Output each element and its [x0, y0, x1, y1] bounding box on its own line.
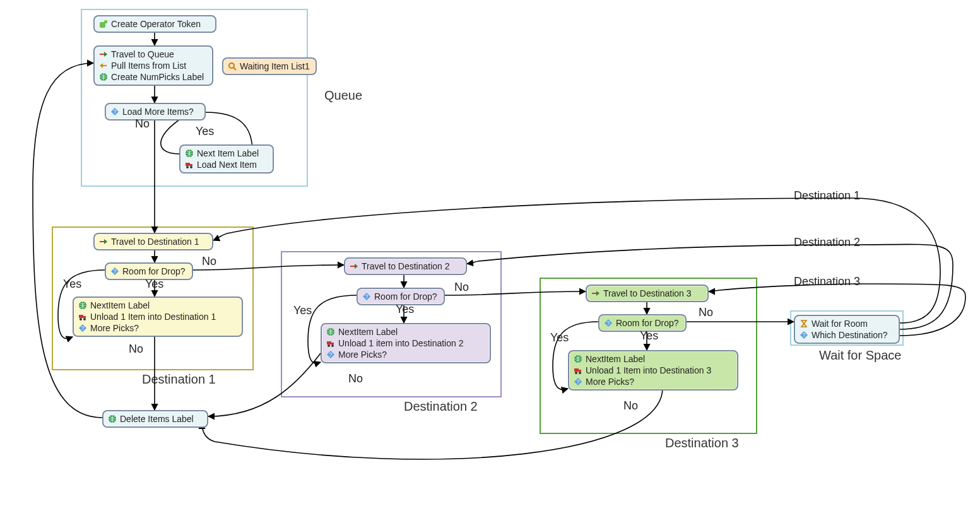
- edge-label-d1-loop-yes: Yes: [63, 278, 81, 291]
- node-row-text: Room for Drop?: [374, 291, 437, 302]
- svg-text:?: ?: [81, 325, 84, 331]
- node-row: ?Room for Drop?: [110, 266, 186, 277]
- decision-icon: ?: [573, 377, 583, 387]
- node-row-text: Unload 1 Item into Destination 3: [586, 365, 711, 376]
- container-dest1-label: Destination 1: [142, 372, 216, 387]
- node-row: ?Which Destination?: [799, 329, 895, 341]
- edge-label-d2-room-yes: Yes: [396, 303, 414, 316]
- node-row: NextItem Label: [573, 353, 733, 365]
- node-block-d2[interactable]: NextItem LabelUnload 1 item into Destina…: [321, 323, 491, 363]
- edge-label-lm-yes: Yes: [196, 125, 214, 138]
- node-travel-queue[interactable]: Travel to QueuePull Items from ListCreat…: [93, 45, 213, 86]
- node-row: Create Operator Token: [98, 18, 201, 30]
- node-row: Next Item Label: [184, 148, 269, 159]
- node-row-text: More Picks?: [586, 376, 634, 387]
- decision-icon: ?: [78, 323, 88, 333]
- edge-label-d3-room-yes: Yes: [640, 329, 658, 343]
- edge-label-d1-room-no: No: [202, 255, 216, 268]
- decision-icon: ?: [326, 349, 336, 360]
- svg-rect-19: [327, 341, 331, 344]
- svg-point-8: [186, 166, 189, 168]
- edge-label-d1-more-no: No: [129, 343, 143, 356]
- node-row: Wait for Room: [799, 318, 895, 329]
- globe-icon: [573, 354, 583, 364]
- container-queue-label: Queue: [324, 88, 362, 103]
- svg-point-22: [331, 344, 334, 347]
- svg-text:?: ?: [329, 351, 332, 358]
- svg-rect-27: [579, 370, 581, 372]
- node-create-op[interactable]: Create Operator Token: [93, 15, 216, 33]
- node-row-text: Room for Drop?: [122, 266, 186, 277]
- edge-label-ret-d2: Destination 2: [794, 236, 860, 249]
- node-row-text: Travel to Destination 2: [362, 261, 450, 272]
- node-row-text: Next Item Label: [197, 148, 259, 159]
- node-row: Travel to Queue: [98, 49, 208, 60]
- node-row-text: NextItem Label: [90, 300, 150, 311]
- node-row-text: Travel to Queue: [111, 49, 174, 60]
- svg-rect-1: [104, 20, 107, 23]
- node-row-text: Travel to Destination 1: [111, 236, 199, 247]
- svg-rect-26: [574, 368, 579, 372]
- svg-rect-13: [83, 316, 86, 318]
- node-row: Create NumPicks Label: [98, 71, 208, 83]
- travel-icon: [98, 49, 109, 59]
- node-row-text: Wait for Room: [812, 318, 868, 329]
- node-block-d3[interactable]: NextItem LabelUnload 1 Item into Destina…: [568, 350, 738, 391]
- edge-label-d2-room-no: No: [454, 281, 469, 294]
- globe-icon: [184, 148, 194, 158]
- node-load-more[interactable]: ?Load More Items?: [105, 103, 206, 120]
- node-row: NextItem Label: [326, 326, 486, 338]
- travel-icon: [98, 237, 109, 247]
- decision-icon: ?: [110, 266, 120, 276]
- svg-text:?: ?: [365, 293, 368, 300]
- svg-point-14: [80, 318, 82, 320]
- edge-label-d2-more-no: No: [348, 372, 363, 385]
- node-travel-d3[interactable]: Travel to Destination 3: [586, 285, 709, 302]
- node-row-text: Load More Items?: [122, 106, 194, 117]
- edge-label-d1-room-yes: Yes: [145, 278, 163, 291]
- node-row-text: Pull Items from List: [111, 60, 186, 71]
- node-travel-d1[interactable]: Travel to Destination 1: [93, 233, 213, 250]
- node-wait-block[interactable]: Wait for Room?Which Destination?: [794, 315, 900, 344]
- svg-point-15: [83, 318, 86, 320]
- node-row: Delete Items Label: [107, 413, 194, 425]
- truck-icon: [78, 312, 88, 322]
- node-row-text: More Picks?: [90, 322, 139, 334]
- node-travel-d2[interactable]: Travel to Destination 2: [344, 257, 467, 275]
- node-row-text: Unload 1 Item into Destination 1: [90, 311, 216, 322]
- node-row-text: Load Next Item: [197, 159, 257, 170]
- node-row: ?More Picks?: [573, 376, 733, 387]
- svg-text:?: ?: [802, 332, 805, 338]
- node-row-text: Create Operator Token: [111, 18, 201, 30]
- node-row-text: NextItem Label: [586, 353, 645, 365]
- container-dest3-label: Destination 3: [665, 436, 739, 450]
- svg-text:?: ?: [606, 320, 610, 326]
- decision-icon: ?: [110, 107, 120, 117]
- node-row-text: NextItem Label: [338, 326, 398, 338]
- node-row: Unload 1 Item into Destination 3: [573, 365, 733, 376]
- node-row: Travel to Destination 1: [98, 236, 199, 247]
- pull-icon: [98, 61, 109, 71]
- hourglass-icon: [799, 319, 809, 329]
- node-row: ?Room for Drop?: [362, 291, 437, 302]
- node-waiting-list[interactable]: Waiting Item List1: [222, 57, 317, 75]
- svg-rect-6: [186, 163, 190, 166]
- node-row: Waiting Item List1: [227, 61, 310, 72]
- svg-text:?: ?: [113, 109, 116, 115]
- node-row: Unload 1 Item into Destination 1: [78, 311, 238, 322]
- node-row-text: Unload 1 item into Destination 2: [338, 338, 463, 349]
- node-row-text: Travel to Destination 3: [603, 288, 692, 299]
- edge-label-d2-loop-yes: Yes: [293, 304, 312, 317]
- node-next-load[interactable]: Next Item LabelLoad Next Item: [179, 144, 274, 173]
- edge-label-d3-room-no: No: [699, 306, 713, 319]
- decision-icon: ?: [603, 318, 613, 328]
- node-row: ?Room for Drop?: [603, 317, 679, 329]
- node-row-text: Room for Drop?: [616, 317, 679, 329]
- globe-icon: [98, 72, 109, 82]
- node-delete-label[interactable]: Delete Items Label: [102, 410, 208, 428]
- node-row: Pull Items from List: [98, 60, 208, 71]
- node-row-text: Delete Items Label: [120, 413, 194, 425]
- node-row: ?Load More Items?: [110, 106, 194, 117]
- svg-text:?: ?: [576, 379, 579, 385]
- node-block-d1[interactable]: NextItem LabelUnload 1 Item into Destina…: [73, 297, 243, 337]
